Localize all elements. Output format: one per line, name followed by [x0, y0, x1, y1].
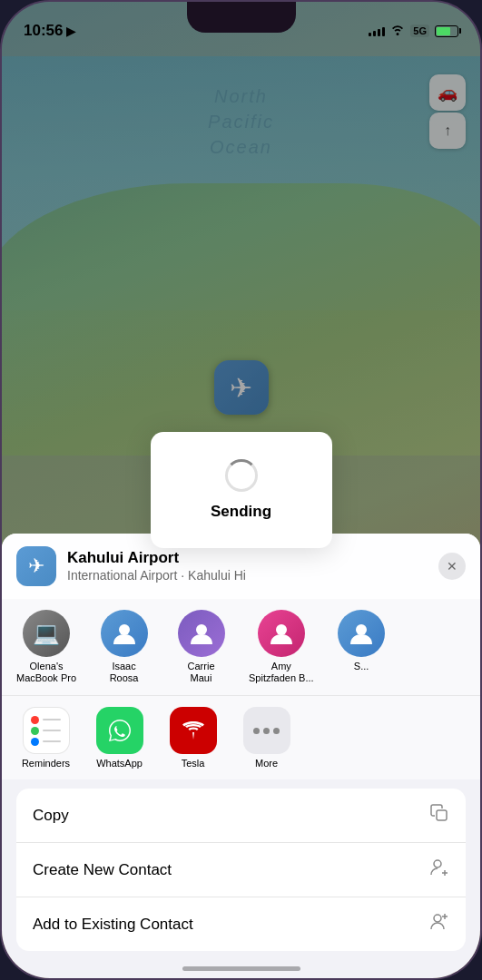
- add-existing-icon: [429, 912, 449, 936]
- more-label: More: [255, 758, 278, 769]
- status-time: 10:56 ▶: [24, 22, 75, 40]
- contact-macbook-avatar: 💻: [23, 610, 70, 657]
- app-whatsapp[interactable]: WhatsApp: [90, 707, 149, 769]
- add-existing-button[interactable]: Add to Existing Contact: [16, 897, 466, 951]
- location-info: Kahului Airport International Airport · …: [67, 549, 428, 583]
- contact-macbook-name: Olena'sMacBook Pro: [16, 661, 76, 684]
- close-icon: ✕: [447, 559, 457, 573]
- app-more[interactable]: More: [237, 707, 296, 769]
- svg-point-3: [356, 624, 367, 635]
- add-existing-label: Add to Existing Contact: [33, 916, 193, 934]
- contact-amy-avatar: [258, 610, 305, 657]
- contact-carrie-name: CarrieMaui: [188, 661, 215, 684]
- copy-icon: [429, 803, 449, 828]
- svg-point-1: [196, 624, 207, 635]
- tesla-label: Tesla: [182, 758, 205, 769]
- signal-bars-icon: [369, 25, 385, 36]
- create-contact-button[interactable]: Create New Contact: [16, 843, 466, 897]
- status-icons: 5G: [369, 24, 458, 38]
- svg-point-0: [119, 624, 130, 635]
- whatsapp-label: WhatsApp: [96, 758, 143, 769]
- copy-button[interactable]: Copy: [16, 789, 466, 843]
- notch: [187, 2, 296, 33]
- app-reminders[interactable]: Reminders: [16, 707, 75, 769]
- contact-isaac-name: IsaacRoosa: [110, 661, 139, 684]
- action-buttons: Copy Create New Contact: [16, 789, 466, 951]
- location-arrow-icon: ▶: [66, 24, 75, 38]
- more-icon: [243, 707, 290, 754]
- reminders-label: Reminders: [22, 758, 70, 769]
- signal-bar-1: [369, 33, 371, 36]
- svg-point-5: [434, 860, 441, 867]
- signal-bar-2: [373, 31, 376, 36]
- contact-more[interactable]: S...: [332, 610, 391, 684]
- app-tesla[interactable]: Tesla: [163, 707, 222, 769]
- contact-isaac-avatar: [101, 610, 148, 657]
- svg-rect-4: [437, 810, 447, 820]
- phone-frame: NorthPacificOcean 10:56 ▶ 5G 🚗: [0, 0, 482, 980]
- create-contact-label: Create New Contact: [33, 861, 172, 879]
- copy-label: Copy: [33, 807, 69, 825]
- contact-amy[interactable]: AmySpitzfaden B...: [249, 610, 314, 684]
- location-subtitle: International Airport · Kahului Hi: [67, 568, 428, 583]
- battery-fill: [437, 27, 450, 35]
- wifi-icon: [390, 24, 405, 38]
- share-contacts-row: 💻 Olena'sMacBook Pro IsaacRoosa CarrieMa…: [2, 599, 480, 695]
- contact-more-name: S...: [354, 661, 369, 672]
- sending-label: Sending: [211, 503, 271, 521]
- plane-icon: ✈: [28, 554, 44, 578]
- apps-row: Reminders WhatsApp: [2, 695, 480, 779]
- signal-bar-4: [382, 27, 385, 36]
- loading-spinner: [225, 459, 258, 492]
- close-button[interactable]: ✕: [438, 553, 466, 580]
- signal-bar-3: [378, 29, 380, 36]
- time-label: 10:56: [24, 22, 63, 40]
- sending-modal: Sending: [151, 432, 332, 548]
- create-contact-icon: [429, 858, 449, 882]
- svg-point-6: [434, 915, 441, 922]
- battery-icon: [435, 25, 458, 37]
- svg-point-2: [276, 624, 287, 635]
- bottom-sheet: ✈ Kahului Airport International Airport …: [2, 534, 480, 978]
- home-indicator: [182, 966, 300, 971]
- contact-amy-name: AmySpitzfaden B...: [249, 661, 314, 684]
- reminders-icon: [23, 707, 70, 754]
- contact-more-avatar: [338, 610, 385, 657]
- tesla-icon: [170, 707, 217, 754]
- location-app-icon: ✈: [16, 546, 56, 586]
- 5g-label: 5G: [410, 24, 429, 37]
- contact-isaac[interactable]: IsaacRoosa: [94, 610, 153, 684]
- whatsapp-icon: [96, 707, 143, 754]
- contact-macbook[interactable]: 💻 Olena'sMacBook Pro: [16, 610, 76, 684]
- contact-carrie-avatar: [178, 610, 225, 657]
- contact-carrie[interactable]: CarrieMaui: [172, 610, 231, 684]
- location-name: Kahului Airport: [67, 549, 428, 567]
